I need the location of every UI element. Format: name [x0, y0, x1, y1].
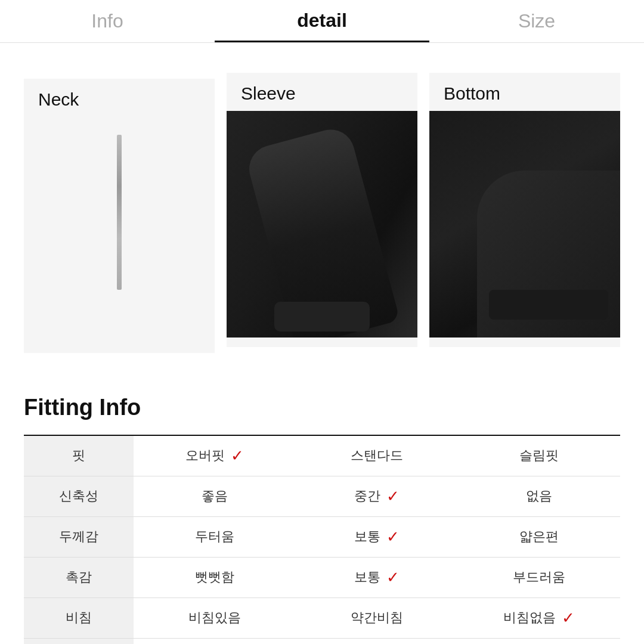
neck-image: [24, 117, 215, 353]
table-row: 비침비침있음약간비침비침없음✓: [24, 597, 620, 638]
sleeve-label: Sleeve: [227, 73, 417, 111]
row-label: 무게감: [24, 638, 134, 644]
row-label: 촉감: [24, 557, 134, 597]
table-row: 두께감두터움보통✓얇은편: [24, 516, 620, 557]
fitting-info-section: Fitting Info 핏오버핏✓스탠다드슬림핏신축성좋음중간✓없음두께감두터…: [0, 371, 644, 644]
row-value: 두터움: [134, 516, 296, 557]
value-text: 오버핏✓: [185, 447, 244, 465]
value-text: 비침없음✓: [503, 609, 575, 627]
value-text: 약간비침: [351, 609, 403, 627]
table-row: 신축성좋음중간✓없음: [24, 476, 620, 516]
neck-photo: [24, 117, 215, 343]
value-text: 비침있음: [188, 609, 241, 627]
detail-images-section: Neck Sleeve Bottom: [0, 43, 644, 371]
row-value: 없음: [458, 476, 620, 516]
fitting-info-title: Fitting Info: [24, 395, 620, 420]
neck-label: Neck: [24, 79, 215, 117]
table-row: 촉감뻣뻣함보통✓부드러움: [24, 557, 620, 597]
sleeve-card: Sleeve: [227, 73, 417, 347]
bottom-label: Bottom: [429, 73, 620, 111]
value-text: 스탠다드: [351, 447, 403, 465]
check-icon: ✓: [562, 609, 575, 627]
tab-detail[interactable]: detail: [215, 0, 429, 42]
row-value: 얇은편: [458, 516, 620, 557]
tab-bar: Info detail Size: [0, 0, 644, 43]
bottom-photo: [429, 111, 620, 338]
value-text: 중간✓: [354, 487, 400, 506]
row-value: 중간✓: [296, 476, 458, 516]
row-label: 핏: [24, 435, 134, 476]
value-text: 얇은편: [519, 528, 559, 546]
table-row: 핏오버핏✓스탠다드슬림핏: [24, 435, 620, 476]
value-text: 보통✓: [354, 568, 400, 587]
tab-size[interactable]: Size: [429, 0, 644, 42]
value-text: 좋음: [202, 487, 228, 505]
bottom-card: Bottom: [429, 73, 620, 347]
table-row: 무게감있음보통✓가벼움: [24, 638, 620, 644]
value-text: 슬림핏: [519, 447, 559, 465]
value-text: 보통✓: [354, 528, 400, 546]
row-value: 있음: [134, 638, 296, 644]
row-value: 약간비침: [296, 597, 458, 638]
row-value: 비침없음✓: [458, 597, 620, 638]
row-value: 가벼움: [458, 638, 620, 644]
value-text: 없음: [526, 487, 552, 505]
row-value: 좋음: [134, 476, 296, 516]
neck-card: Neck: [24, 79, 215, 353]
check-icon: ✓: [386, 528, 400, 546]
fitting-table: 핏오버핏✓스탠다드슬림핏신축성좋음중간✓없음두께감두터움보통✓얇은편촉감뻣뻣함보…: [24, 435, 620, 644]
check-icon: ✓: [231, 447, 244, 465]
value-text: 두터움: [195, 528, 234, 546]
check-icon: ✓: [386, 487, 400, 506]
row-value: 보통✓: [296, 557, 458, 597]
check-icon: ✓: [386, 568, 400, 587]
row-value: 부드러움: [458, 557, 620, 597]
row-value: 슬림핏: [458, 435, 620, 476]
value-text: 뻣뻣함: [195, 568, 234, 586]
bottom-image: [429, 111, 620, 347]
value-text: 부드러움: [513, 568, 565, 586]
row-label: 두께감: [24, 516, 134, 557]
sleeve-image: [227, 111, 417, 347]
row-value: 스탠다드: [296, 435, 458, 476]
tab-info[interactable]: Info: [0, 0, 215, 42]
row-value: 보통✓: [296, 638, 458, 644]
row-label: 비침: [24, 597, 134, 638]
row-value: 비침있음: [134, 597, 296, 638]
sleeve-photo: [227, 111, 417, 338]
row-value: 뻣뻣함: [134, 557, 296, 597]
row-label: 신축성: [24, 476, 134, 516]
row-value: 오버핏✓: [134, 435, 296, 476]
row-value: 보통✓: [296, 516, 458, 557]
